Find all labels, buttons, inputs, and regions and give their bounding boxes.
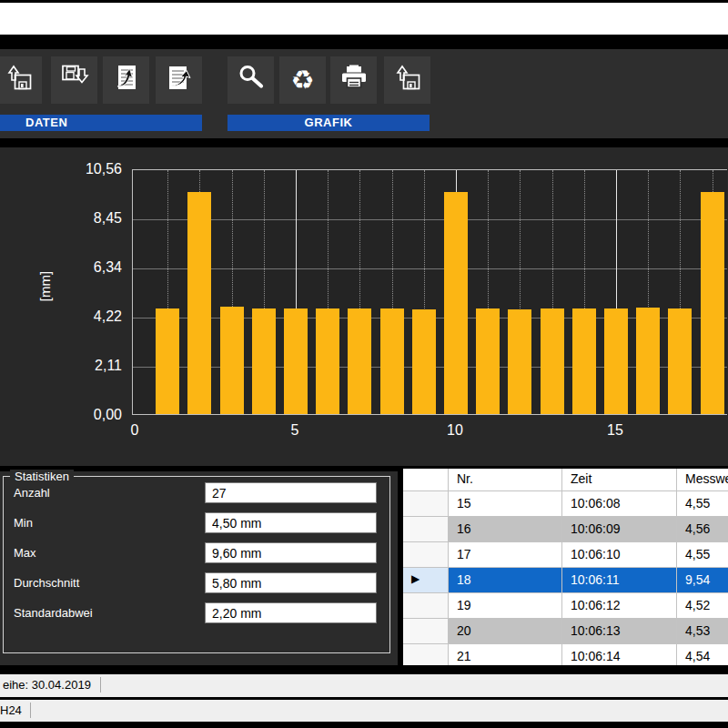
measurement-bar	[701, 192, 724, 414]
measurement-bar	[316, 308, 339, 414]
stat-label-max: Max	[14, 546, 36, 560]
column-header: Zeit	[562, 469, 677, 491]
measurement-bar	[541, 308, 564, 414]
stat-value-field-standardabwei[interactable]	[205, 602, 377, 623]
stat-value-field-anzahl[interactable]	[205, 482, 377, 503]
table-cell-messwert[interactable]: 4,53	[677, 619, 728, 644]
statistics-groupbox-title: Statistiken	[10, 470, 74, 483]
save-graphic-button[interactable]	[384, 56, 430, 104]
print-button[interactable]	[330, 56, 377, 104]
statusbar-series: eihe: 30.04.2019	[0, 674, 728, 697]
toolbar: ♻ DATEN GRAFIK	[0, 49, 728, 138]
y-tick-label: 6,34	[46, 259, 122, 276]
stat-label-min: Min	[14, 516, 33, 530]
statusbar-separator	[30, 703, 31, 718]
document-export-icon	[163, 62, 196, 98]
column-header: Messwert	[677, 469, 728, 491]
table-cell-zeit[interactable]: 10:06:12	[562, 593, 677, 619]
measurement-bar	[668, 308, 692, 414]
row-selector-cell[interactable]	[403, 644, 449, 665]
bar-chart-plot-area	[132, 169, 727, 415]
measurement-bar	[444, 192, 468, 414]
y-tick-label: 0,00	[46, 407, 122, 423]
measurement-bar	[348, 308, 371, 414]
toolbar-group-label-grafik: GRAFIK	[228, 115, 430, 131]
stat-label-anzahl: Anzahl	[14, 486, 50, 500]
table-cell-zeit[interactable]: 10:06:14	[562, 644, 677, 665]
stat-label-durchschnitt: Durchschnitt	[14, 576, 79, 590]
row-selector-cell[interactable]	[403, 619, 449, 644]
gridline-horizontal	[133, 219, 727, 220]
table-cell-messwert[interactable]: 4,52	[677, 593, 728, 619]
measurement-table: Nr.ZeitMesswert1510:06:084,551610:06:094…	[403, 469, 728, 665]
table-cell-zeit[interactable]: 10:06:08	[562, 491, 677, 517]
table-cell-zeit[interactable]: 10:06:13	[562, 619, 677, 644]
refresh-button[interactable]: ♻	[279, 56, 326, 104]
row-selector-cell[interactable]	[403, 542, 449, 568]
magnifier-icon	[235, 62, 268, 98]
table-cell-messwert[interactable]: 4,55	[677, 542, 728, 568]
measurement-bar	[508, 309, 531, 414]
measurement-bar	[156, 308, 179, 414]
table-cell-nr[interactable]: 21	[449, 644, 562, 665]
table-cell-zeit[interactable]: 10:06:10	[562, 542, 677, 568]
measurement-bar	[636, 308, 660, 414]
measurement-bar	[412, 309, 436, 414]
row-selector-cell[interactable]	[403, 491, 449, 517]
floppy-arrow-up-icon	[3, 62, 35, 98]
statistics-groupbox: Statistiken AnzahlMinMaxDurchschnittStan…	[3, 476, 390, 653]
table-cell-nr[interactable]: 16	[449, 517, 562, 542]
table-cell-zeit[interactable]: 10:06:11	[562, 568, 677, 593]
y-tick-label: 2,11	[46, 358, 122, 374]
import-document-button[interactable]	[103, 56, 149, 104]
x-tick-label: 5	[275, 422, 315, 439]
current-row-arrow-icon: ▶	[411, 573, 420, 584]
table-cell-nr[interactable]: 19	[449, 593, 562, 619]
measurement-bar	[187, 192, 211, 414]
table-cell-nr[interactable]: 15	[449, 491, 562, 517]
row-selector-cell[interactable]: ▶	[403, 568, 449, 593]
column-header: Nr.	[449, 469, 562, 491]
statistics-panel: Statistiken AnzahlMinMaxDurchschnittStan…	[0, 471, 398, 665]
measurement-bar	[604, 308, 628, 414]
stat-value-field-max[interactable]	[205, 542, 377, 563]
load-data-button[interactable]	[0, 56, 42, 104]
table-cell-zeit[interactable]: 10:06:09	[562, 517, 677, 542]
stat-value-field-min[interactable]	[205, 512, 377, 533]
table-cell-nr[interactable]: 17	[449, 542, 562, 568]
statusbar-device-text: H24	[0, 703, 22, 717]
window-title-band	[0, 3, 728, 35]
y-tick-label: 4,22	[46, 308, 122, 325]
zoom-button[interactable]	[228, 56, 274, 104]
table-cell-nr[interactable]: 20	[449, 619, 562, 644]
table-cell-messwert[interactable]: 4,56	[677, 517, 728, 542]
measurement-bar	[252, 308, 276, 414]
measurement-bar	[284, 308, 308, 414]
gridline-horizontal	[133, 268, 727, 269]
stat-value-field-durchschnitt[interactable]	[205, 572, 377, 593]
document-arrow-icon	[110, 62, 143, 98]
statusbar-separator	[100, 677, 101, 693]
table-cell-messwert[interactable]: 4,55	[677, 491, 728, 517]
recycle-icon: ♻	[291, 67, 315, 94]
table-cell-messwert[interactable]: 9,54	[677, 568, 728, 593]
stat-label-standardabwei: Standardabwei	[14, 606, 93, 620]
statusbar-series-text: eihe: 30.04.2019	[3, 678, 91, 692]
measurement-bar	[476, 308, 500, 414]
row-selector-cell[interactable]	[403, 517, 449, 542]
export-document-button[interactable]	[156, 56, 202, 104]
row-selector-cell[interactable]	[403, 593, 449, 619]
statusbar-device: H24	[0, 700, 728, 722]
x-tick-label: 0	[115, 422, 155, 439]
save-data-button[interactable]	[51, 56, 97, 104]
floppy-arrow-up-icon	[391, 62, 424, 98]
measurement-bar	[572, 308, 596, 414]
y-tick-label: 8,45	[46, 210, 122, 227]
table-cell-messwert[interactable]: 4,54	[677, 644, 728, 665]
table-corner-header	[403, 469, 449, 491]
floppy-arrow-down-icon	[58, 62, 91, 98]
printer-icon	[338, 62, 370, 98]
toolbar-group-label-daten: DATEN	[0, 115, 202, 131]
table-cell-nr[interactable]: 18	[449, 568, 562, 593]
x-tick-label: 15	[595, 422, 635, 439]
